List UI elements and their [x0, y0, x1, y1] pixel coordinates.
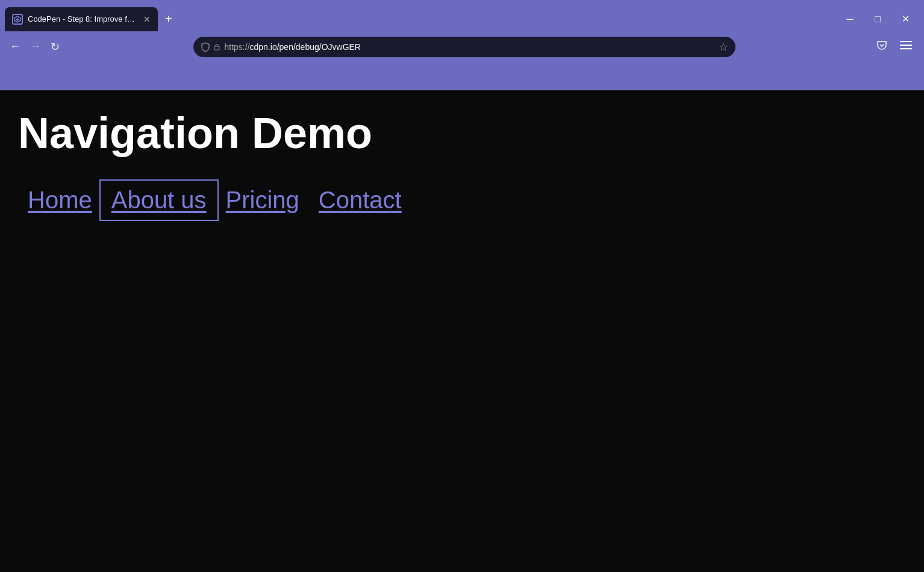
nav-link-about[interactable]: About us — [102, 182, 216, 219]
url-domain: cdpn.io — [250, 42, 277, 52]
new-tab-button[interactable]: + — [160, 10, 177, 28]
tab-favicon — [12, 14, 23, 25]
browser-content: Navigation Demo Home About us Pricing Co… — [0, 90, 924, 572]
tab-close-button[interactable]: ✕ — [143, 14, 151, 24]
tab-bar: CodePen - Step 8: Improve focu ✕ + ─ □ ✕ — [0, 0, 924, 33]
nav-item-pricing: Pricing — [216, 182, 309, 219]
close-button[interactable]: ✕ — [891, 7, 919, 31]
browser-chrome: CodePen - Step 8: Improve focu ✕ + ─ □ ✕… — [0, 0, 924, 90]
main-navigation: Home About us Pricing Contact — [18, 182, 906, 219]
url-path: /pen/debug/OJvwGER — [277, 42, 361, 52]
window-controls: ─ □ ✕ — [836, 7, 919, 31]
page-title: Navigation Demo — [18, 108, 906, 158]
right-controls — [871, 37, 917, 57]
back-button[interactable]: ← — [7, 38, 23, 55]
nav-item-contact: Contact — [309, 182, 411, 219]
pocket-button[interactable] — [871, 37, 893, 57]
nav-item-home: Home — [18, 182, 102, 219]
active-tab[interactable]: CodePen - Step 8: Improve focu ✕ — [5, 7, 158, 31]
minimize-button[interactable]: ─ — [836, 7, 864, 31]
nav-links-list: Home About us Pricing Contact — [18, 182, 906, 219]
bookmark-button[interactable]: ☆ — [719, 40, 728, 54]
forward-button[interactable]: → — [28, 38, 43, 55]
menu-button[interactable] — [895, 38, 917, 55]
lock-icon — [213, 43, 221, 51]
nav-link-pricing[interactable]: Pricing — [216, 182, 309, 219]
nav-item-about: About us — [102, 182, 216, 219]
shield-icon — [201, 42, 210, 52]
reload-button[interactable]: ↻ — [48, 38, 62, 56]
url-text: https://cdpn.io/pen/debug/OJvwGER — [225, 42, 715, 52]
tab-title: CodePen - Step 8: Improve focu — [28, 14, 136, 23]
url-bar[interactable]: https://cdpn.io/pen/debug/OJvwGER ☆ — [193, 37, 735, 57]
address-bar: ← → ↻ https://cdpn.io/pen/debug/OJvwGER … — [0, 33, 924, 60]
url-security-icons — [201, 42, 221, 52]
maximize-button[interactable]: □ — [864, 7, 891, 31]
svg-rect-0 — [214, 46, 219, 50]
nav-link-contact[interactable]: Contact — [309, 182, 411, 219]
nav-link-home[interactable]: Home — [18, 182, 102, 219]
